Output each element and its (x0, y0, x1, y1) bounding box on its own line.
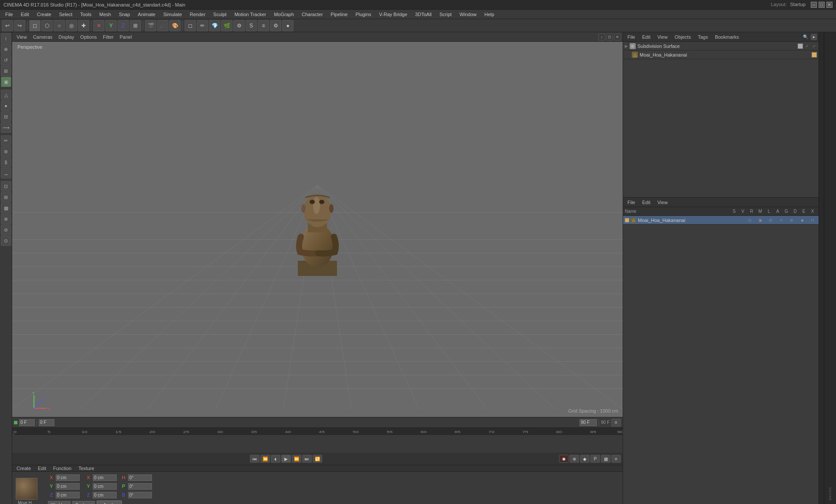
edit-btn[interactable]: Edit (35, 465, 49, 471)
edge-mode-button[interactable]: ○ (54, 20, 65, 31)
object-mode-button[interactable]: ◻ (29, 20, 40, 31)
viewport-display-btn[interactable]: Display (56, 34, 77, 40)
create-btn[interactable]: Create (14, 465, 34, 471)
knife-button[interactable]: ⚙ (233, 20, 245, 31)
material-thumbnail[interactable] (16, 478, 37, 500)
key-button[interactable]: ◆ (580, 455, 590, 463)
close-button[interactable]: ✕ (826, 2, 833, 8)
record-button[interactable]: ⏺ (559, 455, 569, 463)
undo-button[interactable]: ↩ (2, 20, 13, 31)
viewport-expand-btn[interactable]: ↕ (598, 34, 605, 40)
uvw-button[interactable]: ≡ (258, 20, 269, 31)
texture-btn[interactable]: Texture (76, 465, 97, 471)
menu-item-pipeline[interactable]: Pipeline (327, 11, 351, 18)
polygon-tool[interactable]: △ (1, 90, 11, 100)
viewport-lock-btn[interactable]: ⊡ (606, 34, 613, 40)
menu-item-v-ray-bridge[interactable]: V-Ray Bridge (376, 11, 411, 18)
move-x-button[interactable]: ✕ (93, 20, 104, 31)
om-bookmarks-btn[interactable]: Bookmarks (712, 34, 742, 40)
sculpt-tool[interactable]: ⊛ (1, 146, 11, 157)
menu-item-character[interactable]: Character (298, 11, 326, 18)
current-frame-input[interactable] (19, 419, 35, 426)
menu-item-snap[interactable]: Snap (115, 11, 134, 18)
right-scrollbar[interactable] (819, 32, 824, 504)
menu-item-help[interactable]: Help (481, 11, 498, 18)
goto-start-button[interactable]: ⏮ (250, 455, 260, 463)
x-input[interactable] (56, 474, 80, 481)
menu-item-render[interactable]: Render (186, 11, 209, 18)
viewport-cameras-btn[interactable]: Cameras (30, 34, 55, 40)
spline-tool[interactable]: ⟿ (1, 122, 11, 133)
menu-item-select[interactable]: Select (56, 11, 76, 18)
world-select[interactable]: World (48, 501, 71, 504)
menu-item-create[interactable]: Create (34, 11, 55, 18)
polygon-mode-button[interactable]: ⬡ (41, 20, 53, 31)
apply-button[interactable]: Apply (97, 501, 122, 504)
sy-input[interactable] (93, 483, 117, 490)
material-item[interactable]: Moai H... (16, 478, 37, 504)
light-button[interactable]: ● (282, 20, 293, 31)
om-objects-btn[interactable]: Objects (672, 34, 693, 40)
goto-end-button[interactable]: ⏭ (302, 455, 312, 463)
menu-item-sculpt[interactable]: Sculpt (210, 11, 230, 18)
b-input[interactable] (128, 492, 152, 498)
point-mode-button[interactable]: ◎ (66, 20, 77, 31)
menu-item-window[interactable]: Window (456, 11, 480, 18)
add-button[interactable]: ✚ (78, 20, 89, 31)
end-frame-input[interactable] (580, 419, 597, 426)
z-input[interactable] (56, 492, 80, 498)
om-tags-btn[interactable]: Tags (695, 34, 711, 40)
viewport-view-btn[interactable]: View (14, 34, 30, 40)
rotate-tool[interactable]: ↺ (1, 55, 11, 65)
menu-item-animate[interactable]: Animate (135, 11, 159, 18)
viewport-panel-btn[interactable]: Panel (117, 34, 135, 40)
menu-item-script[interactable]: Script (436, 11, 455, 18)
render-button[interactable]: 🎥 (157, 20, 169, 31)
menu-item-tools[interactable]: Tools (77, 11, 95, 18)
scale-select[interactable]: Scale (72, 501, 95, 504)
play-forward-button[interactable]: ⏩ (292, 455, 301, 463)
point-tool[interactable]: ● (1, 101, 11, 111)
viewport-options-btn[interactable]: Options (78, 34, 99, 40)
transform-button[interactable]: ⊞ (130, 20, 141, 31)
timeline-track[interactable] (12, 435, 623, 453)
play-back-button[interactable]: ⏴ (271, 455, 280, 463)
attr-view-btn[interactable]: View (655, 199, 671, 205)
render-region-button[interactable]: 🎬 (145, 20, 156, 31)
loop-button[interactable]: S (246, 20, 257, 31)
grow-button[interactable]: 🌿 (221, 20, 233, 31)
p-input[interactable] (128, 483, 152, 490)
transform-tool[interactable]: ⊞ (1, 66, 11, 76)
menu-item-mograph[interactable]: MoGraph (270, 11, 297, 18)
om-file-btn[interactable]: File (625, 34, 638, 40)
attr-edit-btn[interactable]: Edit (640, 199, 653, 205)
attr-file-btn[interactable]: File (625, 199, 638, 205)
camera-tool[interactable]: ⊡ (1, 181, 11, 192)
menu-item-3dtoall[interactable]: 3DToAll (411, 11, 435, 18)
perspective-button[interactable]: ◻ (185, 20, 196, 31)
loop-button[interactable]: 🔁 (313, 455, 322, 463)
grid-tool[interactable]: ▦ (1, 203, 11, 213)
knife-tool[interactable]: ⚊ (1, 168, 11, 178)
auto-key-button[interactable]: ⊕ (570, 455, 579, 463)
settings-button2[interactable]: ⚙ (270, 20, 281, 31)
om-search-icon[interactable]: 🔍 (802, 34, 809, 40)
smooth-button[interactable]: 💎 (209, 20, 220, 31)
3d-viewport[interactable]: Perspective (12, 42, 623, 417)
uv-tool[interactable]: ⊞ (1, 192, 11, 202)
edge-tool[interactable]: ⊟ (1, 111, 11, 122)
misc-tool2[interactable]: ⊘ (1, 225, 11, 235)
draw-tool[interactable]: ✏ (1, 135, 11, 146)
menu-item-edit[interactable]: Edit (17, 11, 33, 18)
timeline-options-btn[interactable]: ≡ (611, 419, 621, 427)
object-item-subdivision[interactable]: ▶ ⊞ Subdivision Surface ✓ ✓ (623, 42, 819, 50)
viewport-close-btn[interactable]: ✕ (614, 34, 621, 40)
scale-tool[interactable]: ⊕ (1, 44, 11, 54)
menu-item-simulate[interactable]: Simulate (160, 11, 185, 18)
timeline-mode-button[interactable]: P (590, 455, 600, 463)
viewport-filter-btn[interactable]: Filter (100, 34, 116, 40)
paint-button[interactable]: ✏ (197, 20, 208, 31)
timeline-list-button[interactable]: ≡ (611, 455, 621, 463)
attr-moai-row[interactable]: △ Moai_Hoa_Hakananai ⊡ ▣ ⊟ ≡ ⊕ ◆ H (623, 216, 819, 225)
frame-rate-input[interactable] (39, 419, 54, 426)
